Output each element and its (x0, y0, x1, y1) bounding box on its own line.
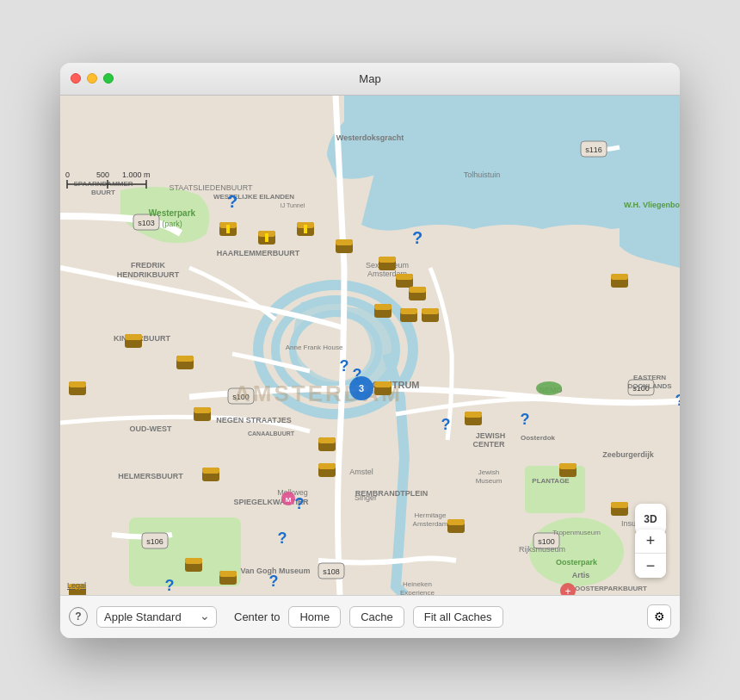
svg-text:HENDRIKBUURT: HENDRIKBUURT (117, 270, 180, 279)
svg-text:Anne Frank House: Anne Frank House (286, 344, 343, 351)
svg-text:?: ? (441, 416, 451, 433)
svg-text:JEWISH: JEWISH (476, 431, 506, 440)
svg-text:3: 3 (359, 383, 364, 393)
titlebar: Map (60, 63, 680, 96)
svg-text:EASTERN: EASTERN (633, 374, 666, 381)
svg-text:1.000 m: 1.000 m (122, 170, 151, 179)
map-svg: s103 s100 s100 s100 s106 s108 s112 s116 … (60, 96, 680, 595)
svg-text:(park): (park) (162, 220, 182, 228)
fit-all-caches-button[interactable]: Fit all Caches (413, 606, 503, 628)
svg-text:500: 500 (96, 170, 109, 179)
svg-rect-86 (304, 225, 307, 233)
svg-text:?: ? (227, 192, 237, 211)
svg-rect-114 (69, 381, 86, 387)
svg-text:?: ? (675, 392, 681, 409)
zoom-controls: + − (635, 530, 666, 578)
settings-button[interactable]: ⚙ (647, 604, 671, 629)
toolbar: ? Apple Standard Apple Satellite Apple H… (60, 595, 680, 638)
svg-text:W.H. Vliegenbos: W.H. Vliegenbos (624, 201, 680, 209)
svg-text:Legal: Legal (67, 581, 86, 590)
svg-text:CENTER: CENTER (472, 440, 505, 449)
svg-text:Zeeburgerdijk: Zeeburgerdijk (602, 450, 655, 459)
svg-text:Amstel: Amstel (349, 468, 373, 476)
svg-text:?: ? (340, 357, 349, 375)
svg-text:0: 0 (65, 170, 70, 179)
svg-text:Westerdoksgracht: Westerdoksgracht (336, 133, 404, 142)
svg-rect-130 (611, 502, 628, 508)
svg-rect-100 (422, 308, 439, 314)
svg-text:?: ? (521, 411, 530, 428)
svg-rect-83 (265, 233, 268, 242)
svg-text:Tolhuistuin: Tolhuistuin (464, 170, 501, 179)
map-type-wrapper: Apple Standard Apple Satellite Apple Hyb… (96, 606, 217, 628)
svg-rect-122 (318, 437, 336, 443)
svg-rect-124 (318, 463, 336, 469)
svg-text:M: M (286, 496, 292, 504)
svg-text:+: + (564, 585, 570, 595)
svg-text:CANAALBUURT: CANAALBUURT (248, 431, 295, 437)
svg-text:Oosterdok: Oosterdok (521, 434, 556, 442)
svg-rect-110 (194, 407, 211, 413)
svg-text:?: ? (295, 495, 305, 512)
svg-text:Tropenmuseum: Tropenmuseum (552, 529, 601, 536)
svg-text:DOCKLANDS: DOCKLANDS (627, 382, 672, 390)
svg-rect-126 (465, 412, 482, 418)
svg-text:OOSTERPARKBUURT: OOSTERPARKBUURT (575, 585, 647, 592)
svg-text:STAATSLIEDENBUURT: STAATSLIEDENBUURT (169, 183, 253, 192)
svg-rect-106 (125, 334, 142, 340)
window-title: Map (359, 72, 380, 85)
maximize-button[interactable] (103, 73, 114, 84)
svg-text:s106: s106 (146, 537, 163, 546)
svg-text:WESTELIJKE EILANDEN: WESTELIJKE EILANDEN (213, 193, 294, 201)
svg-text:Oosterpark: Oosterpark (556, 558, 598, 567)
svg-rect-104 (374, 381, 392, 387)
svg-text:Amsterdam: Amsterdam (413, 520, 448, 528)
cache-button[interactable]: Cache (349, 606, 404, 628)
map-type-select[interactable]: Apple Standard Apple Satellite Apple Hyb… (96, 606, 217, 628)
svg-rect-112 (202, 468, 219, 474)
svg-rect-98 (400, 308, 417, 314)
svg-text:REMBRANDTPLEIN: REMBRANDTPLEIN (355, 489, 429, 498)
svg-rect-96 (374, 304, 392, 310)
svg-rect-92 (396, 274, 413, 280)
app-window: Map (60, 63, 680, 638)
gear-icon: ⚙ (654, 610, 665, 623)
close-button[interactable] (71, 73, 81, 84)
help-button[interactable]: ? (69, 607, 88, 626)
map-container[interactable]: s103 s100 s100 s100 s106 s108 s112 s116 … (60, 96, 680, 595)
svg-text:?: ? (278, 530, 287, 547)
traffic-lights (71, 73, 114, 84)
svg-text:HELMERSBUURT: HELMERSBUURT (118, 472, 183, 480)
zoom-in-button[interactable]: + (635, 530, 666, 554)
svg-text:KINKERBUURT: KINKERBUURT (114, 334, 170, 343)
svg-text:NEGEN STRAATJES: NEGEN STRAATJES (216, 416, 291, 424)
svg-rect-134 (611, 274, 628, 280)
home-button[interactable]: Home (288, 606, 341, 628)
svg-text:FREDRIK: FREDRIK (131, 261, 165, 269)
svg-text:IJ Tunnel: IJ Tunnel (281, 202, 305, 208)
svg-rect-118 (185, 558, 202, 564)
svg-text:Museum: Museum (476, 477, 503, 485)
minimize-button[interactable] (87, 73, 97, 84)
zoom-out-button[interactable]: − (635, 554, 666, 578)
svg-text:?: ? (353, 366, 362, 383)
svg-text:Experience: Experience (400, 589, 435, 595)
svg-rect-132 (447, 519, 465, 525)
svg-text:PLANTAGE: PLANTAGE (532, 477, 570, 485)
svg-text:Westerpark: Westerpark (149, 208, 196, 218)
svg-text:?: ? (269, 573, 279, 590)
svg-rect-90 (379, 257, 396, 263)
svg-text:s116: s116 (585, 146, 602, 154)
svg-rect-80 (226, 225, 230, 233)
svg-point-75 (536, 381, 562, 395)
svg-rect-108 (176, 356, 194, 362)
svg-text:?: ? (165, 577, 175, 594)
svg-text:Hermitage: Hermitage (415, 511, 447, 519)
svg-text:Rijksmuseum: Rijksmuseum (519, 545, 565, 554)
svg-rect-120 (219, 571, 237, 577)
svg-rect-128 (559, 463, 577, 469)
svg-rect-94 (409, 287, 426, 293)
svg-text:OUD-WEST: OUD-WEST (130, 424, 172, 433)
center-to-label: Center to (234, 610, 280, 623)
svg-text:Jewish: Jewish (478, 468, 499, 476)
